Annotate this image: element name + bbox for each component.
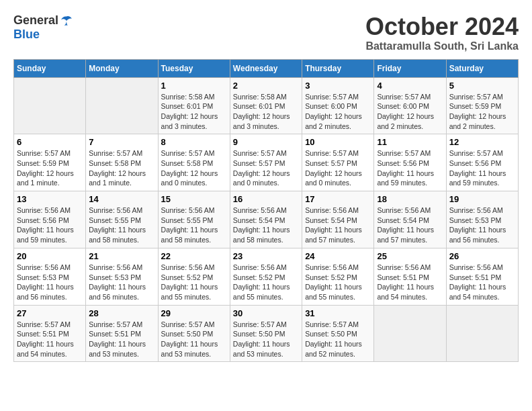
calendar-cell: 2Sunrise: 5:58 AMSunset: 6:01 PMDaylight… [230,77,302,134]
day-number: 31 [305,308,371,318]
day-number: 10 [305,137,371,147]
day-number: 2 [233,81,299,91]
calendar-cell: 28Sunrise: 5:57 AMSunset: 5:51 PMDayligh… [86,305,158,362]
calendar-cell: 17Sunrise: 5:56 AMSunset: 5:54 PMDayligh… [302,191,374,248]
day-info: Sunrise: 5:57 AMSunset: 5:57 PMDaylight:… [305,148,371,188]
calendar-cell: 26Sunrise: 5:56 AMSunset: 5:51 PMDayligh… [446,248,518,305]
day-info: Sunrise: 5:56 AMSunset: 5:54 PMDaylight:… [377,205,443,245]
logo: General Blue [13,13,73,42]
day-number: 8 [161,137,227,147]
day-info: Sunrise: 5:57 AMSunset: 5:58 PMDaylight:… [161,148,227,188]
week-row-2: 6Sunrise: 5:57 AMSunset: 5:59 PMDaylight… [14,134,519,191]
day-info: Sunrise: 5:57 AMSunset: 5:59 PMDaylight:… [449,92,515,132]
calendar-cell [446,305,518,362]
day-number: 26 [449,251,515,261]
day-info: Sunrise: 5:56 AMSunset: 5:51 PMDaylight:… [449,263,515,302]
day-number: 19 [449,194,515,204]
day-info: Sunrise: 5:57 AMSunset: 5:56 PMDaylight:… [449,148,515,188]
day-number: 6 [17,137,83,147]
day-info: Sunrise: 5:56 AMSunset: 5:53 PMDaylight:… [449,205,515,245]
day-number: 4 [377,81,443,91]
day-info: Sunrise: 5:57 AMSunset: 5:50 PMDaylight:… [161,320,227,359]
calendar-cell [86,77,158,134]
calendar-cell: 4Sunrise: 5:57 AMSunset: 6:00 PMDaylight… [374,77,446,134]
day-info: Sunrise: 5:57 AMSunset: 5:56 PMDaylight:… [377,148,443,188]
day-number: 22 [161,251,227,261]
day-number: 29 [161,308,227,318]
logo-bird-icon [60,15,73,26]
calendar-cell: 3Sunrise: 5:57 AMSunset: 6:00 PMDaylight… [302,77,374,134]
calendar-cell: 5Sunrise: 5:57 AMSunset: 5:59 PMDaylight… [446,77,518,134]
day-number: 20 [17,251,83,261]
weekday-header-row: SundayMondayTuesdayWednesdayThursdayFrid… [14,59,519,77]
day-info: Sunrise: 5:56 AMSunset: 5:52 PMDaylight:… [305,263,371,302]
calendar-cell: 12Sunrise: 5:57 AMSunset: 5:56 PMDayligh… [446,134,518,191]
day-number: 24 [305,251,371,261]
calendar-cell: 16Sunrise: 5:56 AMSunset: 5:54 PMDayligh… [230,191,302,248]
week-row-5: 27Sunrise: 5:57 AMSunset: 5:51 PMDayligh… [14,305,519,362]
day-info: Sunrise: 5:56 AMSunset: 5:53 PMDaylight:… [17,263,83,302]
day-info: Sunrise: 5:58 AMSunset: 6:01 PMDaylight:… [161,92,227,132]
week-row-3: 13Sunrise: 5:56 AMSunset: 5:56 PMDayligh… [14,191,519,248]
calendar-cell: 31Sunrise: 5:57 AMSunset: 5:50 PMDayligh… [302,305,374,362]
calendar-cell: 19Sunrise: 5:56 AMSunset: 5:53 PMDayligh… [446,191,518,248]
calendar-cell: 8Sunrise: 5:57 AMSunset: 5:58 PMDaylight… [158,134,230,191]
header-saturday: Saturday [446,59,518,77]
logo-general-text: General [13,13,58,28]
calendar-table: SundayMondayTuesdayWednesdayThursdayFrid… [13,59,519,363]
day-number: 9 [233,137,299,147]
day-number: 11 [377,137,443,147]
header-friday: Friday [374,59,446,77]
calendar-cell [14,77,86,134]
day-number: 17 [305,194,371,204]
calendar-cell: 6Sunrise: 5:57 AMSunset: 5:59 PMDaylight… [14,134,86,191]
calendar-cell: 23Sunrise: 5:56 AMSunset: 5:52 PMDayligh… [230,248,302,305]
calendar-cell: 25Sunrise: 5:56 AMSunset: 5:51 PMDayligh… [374,248,446,305]
header-wednesday: Wednesday [230,59,302,77]
calendar-cell [374,305,446,362]
title-area: October 2024 Battaramulla South, Sri Lan… [365,13,519,52]
day-number: 3 [305,81,371,91]
calendar-cell: 24Sunrise: 5:56 AMSunset: 5:52 PMDayligh… [302,248,374,305]
day-info: Sunrise: 5:57 AMSunset: 5:51 PMDaylight:… [17,320,83,359]
calendar-cell: 10Sunrise: 5:57 AMSunset: 5:57 PMDayligh… [302,134,374,191]
day-info: Sunrise: 5:57 AMSunset: 5:59 PMDaylight:… [17,148,83,188]
day-number: 30 [233,308,299,318]
day-info: Sunrise: 5:57 AMSunset: 6:00 PMDaylight:… [377,92,443,132]
header-monday: Monday [86,59,158,77]
day-info: Sunrise: 5:56 AMSunset: 5:54 PMDaylight:… [233,205,299,245]
calendar-cell: 27Sunrise: 5:57 AMSunset: 5:51 PMDayligh… [14,305,86,362]
day-info: Sunrise: 5:57 AMSunset: 5:50 PMDaylight:… [305,320,371,359]
calendar-cell: 22Sunrise: 5:56 AMSunset: 5:52 PMDayligh… [158,248,230,305]
day-number: 16 [233,194,299,204]
day-number: 14 [89,194,154,204]
day-number: 18 [377,194,443,204]
day-number: 21 [89,251,154,261]
month-title: October 2024 [365,13,519,40]
day-info: Sunrise: 5:57 AMSunset: 5:57 PMDaylight:… [233,148,299,188]
day-number: 15 [161,194,227,204]
day-info: Sunrise: 5:56 AMSunset: 5:52 PMDaylight:… [233,263,299,302]
day-info: Sunrise: 5:56 AMSunset: 5:54 PMDaylight:… [305,205,371,245]
header: General Blue October 2024 Battaramulla S… [13,13,519,52]
day-number: 12 [449,137,515,147]
day-info: Sunrise: 5:57 AMSunset: 5:51 PMDaylight:… [89,320,154,359]
header-tuesday: Tuesday [158,59,230,77]
day-number: 7 [89,137,154,147]
location-title: Battaramulla South, Sri Lanka [365,40,519,52]
day-info: Sunrise: 5:57 AMSunset: 6:00 PMDaylight:… [305,92,371,132]
day-info: Sunrise: 5:56 AMSunset: 5:53 PMDaylight:… [89,263,154,302]
week-row-4: 20Sunrise: 5:56 AMSunset: 5:53 PMDayligh… [14,248,519,305]
day-info: Sunrise: 5:56 AMSunset: 5:55 PMDaylight:… [89,205,154,245]
day-info: Sunrise: 5:56 AMSunset: 5:51 PMDaylight:… [377,263,443,302]
calendar-cell: 29Sunrise: 5:57 AMSunset: 5:50 PMDayligh… [158,305,230,362]
calendar-cell: 11Sunrise: 5:57 AMSunset: 5:56 PMDayligh… [374,134,446,191]
header-sunday: Sunday [14,59,86,77]
day-number: 28 [89,308,154,318]
calendar-cell: 18Sunrise: 5:56 AMSunset: 5:54 PMDayligh… [374,191,446,248]
logo-blue-text: Blue [13,28,40,42]
calendar-cell: 30Sunrise: 5:57 AMSunset: 5:50 PMDayligh… [230,305,302,362]
day-number: 25 [377,251,443,261]
calendar-cell: 9Sunrise: 5:57 AMSunset: 5:57 PMDaylight… [230,134,302,191]
day-number: 1 [161,81,227,91]
